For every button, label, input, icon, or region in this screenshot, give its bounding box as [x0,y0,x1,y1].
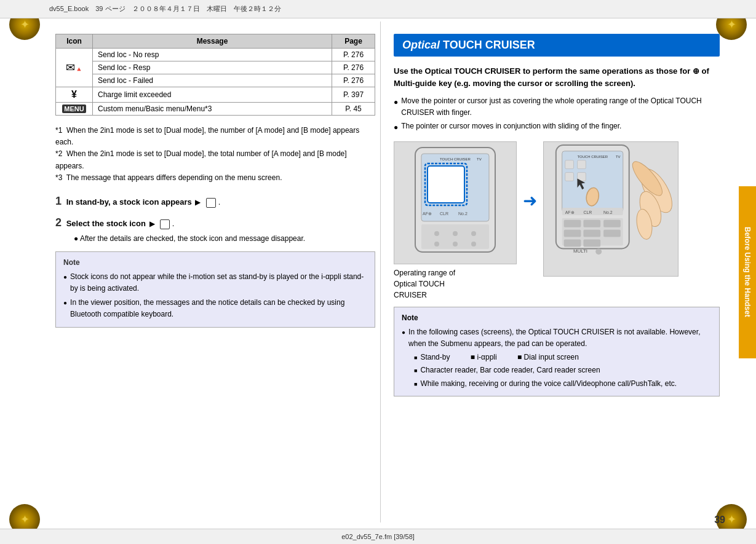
page-number: 39 [714,514,725,526]
svg-rect-4 [428,166,464,203]
note-title-left: Note [63,257,367,269]
svg-text:CLR: CLR [440,211,448,216]
note-bullet-right-main: In the following cases (screens), the Op… [402,326,712,350]
svg-rect-29 [564,219,581,227]
table-row: Send loc - Resp P. 276 [56,61,375,74]
svg-text:TV: TV [616,154,621,158]
note-box-right: Note In the following cases (screens), t… [394,307,720,396]
table-row: ¥ Charge limit exceeded P. 397 [56,87,375,103]
phone-image-right: TOUCH CRUISER TV AF⊕ CLR No.2 [543,141,678,277]
left-panel: Icon Message Page ✉🔺 Send loc - No resp … [49,22,381,522]
svg-point-11 [453,231,458,236]
svg-rect-36 [583,239,600,246]
svg-point-13 [434,242,439,246]
svg-point-10 [434,231,439,236]
table-cell-page-3: P. 276 [332,74,375,87]
table-cell-page-1: P. 276 [332,49,375,61]
svg-rect-30 [583,219,600,227]
step-1: 1 In stand-by, a stock icon appears ▶ . [55,193,375,210]
svg-point-14 [453,242,458,246]
table-row: MENU Custom menu/Basic menu/Menu*3 P. 45 [56,103,375,116]
table-cell-msg-5: Custom menu/Basic menu/Menu*3 [93,103,332,116]
svg-text:No.2: No.2 [458,211,468,216]
svg-rect-31 [603,219,621,227]
sub-bullets: Stand-by ■ i-αppli ■ Dial input screen C… [414,352,712,390]
footnote-2: *2 When the 2in1 mode is set to [Dual mo… [55,148,375,171]
svg-point-12 [471,231,476,236]
note-box-left: Note Stock icons do not appear while the… [55,251,375,328]
top-bar: dv55_E.book 39 ページ ２００８年４月１７日 木曜日 午後２時１２… [0,0,756,18]
section-title-box: Optical TOUCH CRUISER [394,34,720,57]
step-2-icon [160,219,170,229]
phone-image-left: TOUCH CRUISER TV AF⊕ CLR No.2 [394,141,517,264]
table-header-icon: Icon [56,34,93,49]
svg-rect-33 [583,229,600,237]
svg-rect-20 [565,160,574,168]
bottom-bar-text: e02_dv55_7e.fm [39/58] [341,533,415,540]
step-1-text: In stand-by, a stock icon appears [66,197,192,207]
table-cell-page-5: P. 45 [332,103,375,116]
svg-rect-35 [564,239,581,246]
table-cell-msg-3: Send loc - Failed [93,74,332,87]
svg-rect-34 [603,229,621,237]
table-cell-icon-menu: MENU [56,103,93,116]
bottom-bar: e02_dv55_7e.fm [39/58] [0,529,756,544]
table-cell-msg-4: Charge limit exceeded [93,87,332,103]
svg-rect-22 [565,172,574,181]
table-header-message: Message [93,34,332,49]
images-arrow: ➜ [523,141,537,211]
svg-rect-32 [564,229,581,237]
footnote-3: *3 The message that appears differs depe… [55,172,375,184]
svg-text:CLR: CLR [583,210,592,214]
svg-text:No.2: No.2 [603,210,613,214]
svg-point-15 [471,242,476,246]
step-2-number: 2 [55,216,62,229]
sidebar-tab-label: Before Using the Handset [743,227,752,317]
bullet-list-right: ● Move the pointer or cursor just as cov… [394,95,720,134]
footnote-1: *1 When the 2in1 mode is set to [Dual mo… [55,125,375,148]
svg-text:TOUCH CRUISER: TOUCH CRUISER [578,154,608,158]
svg-text:TV: TV [477,157,482,161]
phone-caption-left: Operating range of Optical TOUCH CRUISER [394,267,517,301]
table-cell-page-4: P. 397 [332,87,375,103]
top-bar-text: dv55_E.book 39 ページ ２００８年４月１７日 木曜日 午後２時１２… [49,4,281,14]
images-row: TOUCH CRUISER TV AF⊕ CLR No.2 [394,141,720,301]
table-cell-page-2: P. 276 [332,61,375,74]
svg-point-38 [595,248,602,254]
table-cell-icon-mail: ✉🔺 [56,49,93,87]
step-2-text: Select the stock icon [66,219,146,228]
step-1-icon [206,198,216,208]
step-1-arrow: ▶ [195,197,201,208]
right-panel: Optical TOUCH CRUISER Use the Optical TO… [388,22,726,522]
note-title-right: Note [402,312,712,324]
bullet-right-1: ● Move the pointer or cursor just as cov… [394,95,720,119]
step-1-number: 1 [55,195,62,207]
svg-rect-21 [578,160,586,168]
step-2-detail: ● After the details are checked, the sto… [74,233,375,244]
sub-bullet-2: Character reader, Bar code reader, Card … [414,365,712,376]
svg-text:AF⊕: AF⊕ [423,211,432,216]
footnotes: *1 When the 2in1 mode is set to [Dual mo… [55,125,375,184]
sub-bullet-3: While making, receiving or during the vo… [414,378,712,390]
step-2-arrow: ▶ [149,218,155,229]
sub-bullet-1: Stand-by ■ i-αppli ■ Dial input screen [414,352,712,363]
intro-text: Use the Optical TOUCH CRUISER to perform… [394,65,720,89]
svg-text:TOUCH CRUISER: TOUCH CRUISER [440,157,471,161]
table-row: Send loc - Failed P. 276 [56,74,375,87]
table-cell-msg-1: Send loc - No resp [93,49,332,61]
phone-svg-right: TOUCH CRUISER TV AF⊕ CLR No.2 [544,141,678,277]
table-cell-msg-2: Send loc - Resp [93,61,332,74]
sidebar-tab: Before Using the Handset [739,186,756,358]
table-row: ✉🔺 Send loc - No resp P. 276 [56,49,375,61]
note-bullet-left-2: In the viewer position, the messages and… [63,297,367,320]
icon-table: Icon Message Page ✉🔺 Send loc - No resp … [55,34,375,116]
bullet-right-2: ● The pointer or cursor moves in conjunc… [394,120,720,133]
svg-text:AF⊕: AF⊕ [565,210,575,214]
step-2: 2 Select the stock icon ▶ . ● After the … [55,215,375,244]
note-bullet-left-1: Stock icons do not appear while the i-mo… [63,271,367,294]
table-header-page: Page [332,34,375,49]
svg-text:MULTI: MULTI [573,248,587,254]
section-title-text: Optical TOUCH CRUISER [402,39,535,51]
phone-svg-left: TOUCH CRUISER TV AF⊕ CLR No.2 [397,144,514,261]
phone-image-left-container: TOUCH CRUISER TV AF⊕ CLR No.2 [394,141,517,301]
